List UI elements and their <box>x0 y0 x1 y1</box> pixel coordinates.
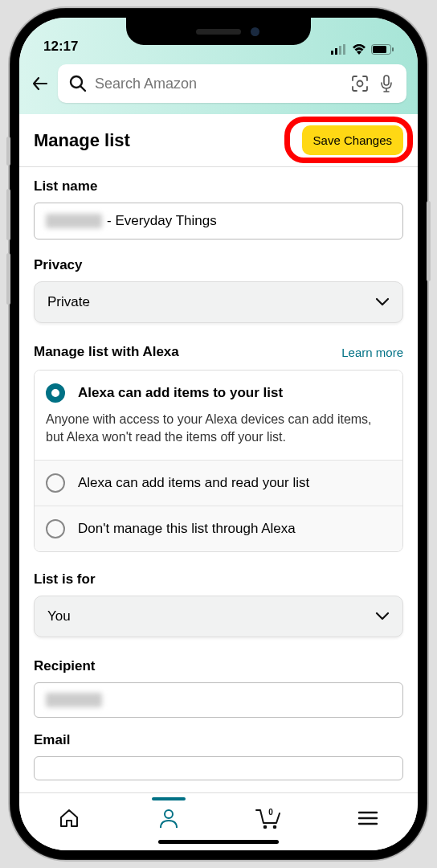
radio-unselected-icon <box>46 519 65 538</box>
privacy-dropdown[interactable]: Private <box>34 281 403 323</box>
search-icon <box>69 75 87 92</box>
hamburger-icon <box>357 810 378 826</box>
wifi-icon <box>352 44 366 55</box>
home-indicator[interactable] <box>158 840 279 844</box>
recipient-input[interactable] <box>34 682 403 718</box>
svg-rect-5 <box>373 46 386 53</box>
svg-rect-3 <box>343 44 345 55</box>
email-input[interactable] <box>34 756 403 780</box>
search-header <box>19 58 418 114</box>
svg-rect-2 <box>339 46 341 55</box>
list-name-input[interactable]: - Everyday Things <box>34 203 403 240</box>
email-label: Email <box>34 732 403 748</box>
camera-scan-icon[interactable] <box>350 74 370 93</box>
svg-text:0: 0 <box>268 808 273 817</box>
svg-rect-6 <box>392 47 394 51</box>
power-button <box>427 201 431 281</box>
svg-rect-10 <box>384 76 389 85</box>
redacted-text <box>46 214 102 228</box>
nav-home[interactable] <box>49 808 89 829</box>
svg-rect-0 <box>331 51 333 55</box>
nav-cart[interactable]: 0 <box>248 807 288 829</box>
clock: 12:17 <box>43 39 78 55</box>
save-changes-button[interactable]: Save Changes <box>302 125 403 155</box>
alexa-option-add-read[interactable]: Alexa can add items and read your list <box>35 460 402 506</box>
nav-profile[interactable] <box>149 808 189 829</box>
alexa-option-add-only[interactable]: Alexa can add items to your list Anyone … <box>35 371 402 460</box>
privacy-selected: Private <box>47 294 90 310</box>
profile-icon <box>158 808 179 829</box>
alexa-option-label: Alexa can add items to your list <box>78 385 283 401</box>
search-input[interactable] <box>95 76 342 92</box>
svg-point-9 <box>357 81 363 87</box>
alexa-section-label: Manage list with Alexa <box>34 344 179 360</box>
alexa-option-desc: Anyone with access to your Alexa devices… <box>46 411 391 447</box>
list-for-dropdown[interactable]: You <box>34 596 403 637</box>
svg-point-13 <box>273 825 277 829</box>
list-for-label: List is for <box>34 571 403 588</box>
alexa-option-label: Alexa can add items and read your list <box>78 475 309 491</box>
phone-frame: 12:17 Manage list Save Changes <box>10 8 427 860</box>
volume-down-button <box>6 253 10 305</box>
nav-menu[interactable] <box>348 810 388 826</box>
alexa-option-label: Don't manage this list through Alexa <box>78 521 296 537</box>
home-icon <box>58 808 80 829</box>
list-name-label: List name <box>34 178 403 194</box>
list-for-selected: You <box>47 608 71 624</box>
chevron-down-icon <box>375 612 390 621</box>
chevron-down-icon <box>375 297 390 307</box>
page-title: Manage list <box>34 130 130 151</box>
volume-up-button <box>6 189 10 240</box>
cellular-icon <box>331 44 347 55</box>
silence-switch <box>6 137 10 166</box>
svg-point-11 <box>165 810 173 818</box>
cart-icon: 0 <box>255 807 282 829</box>
list-name-value-suffix: - Everyday Things <box>107 213 217 229</box>
battery-icon <box>371 44 394 55</box>
notch <box>126 18 311 45</box>
svg-line-8 <box>81 87 86 92</box>
svg-rect-1 <box>335 48 337 55</box>
content-area: List name - Everyday Things Privacy Priv… <box>19 167 418 780</box>
alexa-learn-more-link[interactable]: Learn more <box>341 346 403 359</box>
radio-unselected-icon <box>46 473 65 493</box>
back-button[interactable] <box>31 74 50 93</box>
alexa-radio-group: Alexa can add items to your list Anyone … <box>34 370 403 552</box>
radio-selected-icon <box>46 383 65 403</box>
mic-icon[interactable] <box>378 74 395 93</box>
svg-point-12 <box>263 825 268 829</box>
search-box[interactable] <box>58 64 406 103</box>
alexa-option-none[interactable]: Don't manage this list through Alexa <box>35 506 402 551</box>
recipient-label: Recipient <box>34 658 403 674</box>
privacy-label: Privacy <box>34 257 403 273</box>
redacted-text <box>46 693 102 707</box>
page-header: Manage list Save Changes <box>19 114 418 167</box>
screen: 12:17 Manage list Save Changes <box>19 18 418 850</box>
